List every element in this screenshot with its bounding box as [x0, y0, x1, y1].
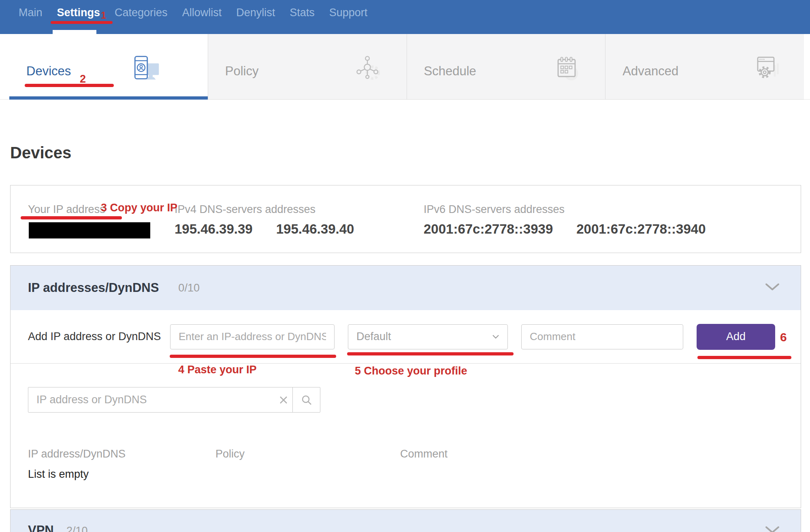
tab-advanced-label: Advanced [622, 64, 678, 79]
list-empty-text: List is empty [28, 468, 89, 481]
settings-devices-page: Main Settings Categories Allowlist Denyl… [0, 0, 810, 532]
your-ip-label: Your IP address [28, 203, 105, 215]
tab-schedule-label: Schedule [424, 64, 476, 79]
tab-schedule[interactable]: Schedule [407, 34, 605, 100]
comment-input[interactable] [521, 324, 683, 349]
ipv4-dns-value: 195.46.39.39 [175, 221, 253, 237]
ip-address-input[interactable] [170, 324, 335, 349]
column-header-policy: Policy [215, 448, 245, 460]
profile-select[interactable]: Default [348, 324, 508, 349]
settings-tabbar: Devices Policy [9, 34, 804, 100]
tab-policy-label: Policy [225, 64, 259, 79]
section-title: IP addresses/DynDNS [28, 281, 159, 295]
devices-icon [129, 52, 161, 86]
add-ip-form: Add IP address or DynDNS Default Add [11, 310, 801, 364]
add-button[interactable]: Add [697, 324, 775, 350]
advanced-icon [749, 52, 782, 86]
add-ip-label: Add IP address or DynDNS [28, 330, 170, 343]
clear-search-icon[interactable] [275, 387, 292, 412]
column-header-ip: IP address/DynDNS [28, 448, 126, 460]
top-nav: Main Settings Categories Allowlist Denyl… [0, 0, 810, 34]
tab-advanced[interactable]: Advanced [605, 34, 804, 100]
search-input[interactable] [28, 387, 275, 412]
list-search-box [28, 387, 320, 413]
vpn-section[interactable]: VPN 2/10 [10, 509, 801, 532]
ip-info-panel: Your IP address IPv4 DNS-servers address… [10, 185, 801, 253]
nav-item-main[interactable]: Main [11, 0, 50, 25]
nav-item-support[interactable]: Support [322, 0, 375, 25]
active-nav-indicator [53, 30, 96, 34]
ip-dyndns-section: IP addresses/DynDNS 0/10 Add IP address … [10, 265, 801, 508]
ip-dyndns-section-header[interactable]: IP addresses/DynDNS 0/10 [11, 266, 801, 310]
nav-item-stats[interactable]: Stats [282, 0, 322, 25]
select-chevron-icon [492, 334, 499, 339]
page-title: Devices [10, 144, 71, 162]
tab-devices-label: Devices [26, 64, 71, 79]
search-icon[interactable] [292, 387, 320, 412]
profile-select-value: Default [356, 330, 391, 343]
schedule-icon [550, 52, 583, 86]
ipv4-dns-label: IPv4 DNS-servers addresses [175, 203, 315, 215]
tab-devices[interactable]: Devices [9, 34, 208, 100]
policy-icon [352, 52, 384, 86]
redacted-ip-value [29, 222, 150, 238]
nav-item-settings[interactable]: Settings [50, 0, 108, 25]
chevron-down-icon[interactable] [765, 526, 780, 532]
nav-item-denylist[interactable]: Denylist [229, 0, 282, 25]
vpn-section-title: VPN [28, 523, 54, 532]
section-count-badge: 0/10 [178, 282, 200, 294]
ipv4-dns-value: 195.46.39.40 [276, 221, 354, 237]
nav-item-categories[interactable]: Categories [107, 0, 175, 25]
ipv6-dns-value: 2001:67c:2778::3940 [576, 221, 706, 237]
tab-policy[interactable]: Policy [208, 34, 407, 100]
nav-item-allowlist[interactable]: Allowlist [175, 0, 229, 25]
ipv6-dns-label: IPv6 DNS-servers addresses [424, 203, 565, 215]
chevron-down-icon[interactable] [765, 283, 780, 293]
ipv6-dns-value: 2001:67c:2778::3939 [424, 221, 553, 237]
column-header-comment: Comment [400, 448, 448, 460]
vpn-section-count-badge: 2/10 [66, 525, 88, 532]
